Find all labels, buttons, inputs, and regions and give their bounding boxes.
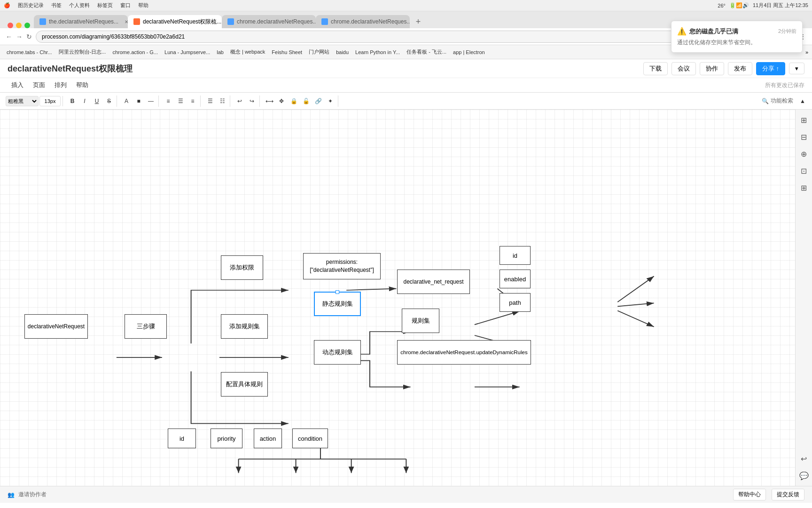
tab-1-close[interactable]: ✕ [123,18,128,25]
sidebar-zoom-out-icon[interactable]: ⊟ [797,130,811,143]
new-tab-button[interactable]: + [412,15,425,28]
bookmark-11[interactable]: app | Electron [450,48,488,56]
strikethrough-button[interactable]: S [103,95,115,107]
menu-insert[interactable]: 插入 [8,80,27,90]
node-rule-priority[interactable]: priority [211,429,242,448]
bookmark-2[interactable]: chrome.action - G... [109,48,161,56]
connector-button[interactable]: ⟷ [264,95,275,107]
collaborate-button[interactable]: 协作 [700,62,724,75]
lock-button[interactable]: 🔒 [288,95,299,107]
node-rule-id[interactable]: id [168,429,196,448]
forward-button[interactable]: → [16,33,23,40]
unlock-button[interactable]: 🔓 [300,95,312,107]
node-rule-action[interactable]: action [254,429,282,448]
node-enabled[interactable]: enabled [500,270,531,288]
bookmark-0[interactable]: chrome.tabs - Chr... [4,48,55,56]
node-three-steps[interactable]: 三步骤 [125,314,167,339]
address-input[interactable] [36,31,763,43]
align-right-button[interactable]: ≡ [187,95,198,107]
invite-collaborators[interactable]: 👥 邀请协作者 [8,491,47,499]
sys-menu-tabs[interactable]: 标签页 [97,2,113,9]
menu-page[interactable]: 页面 [29,80,49,90]
bookmark-7[interactable]: 门户网站 [306,48,332,56]
meeting-button[interactable]: 会议 [671,62,696,75]
node-add-ruleset[interactable]: 添加规则集 [221,314,268,339]
bookmark-4[interactable]: lab [214,48,226,56]
sidebar-undo-icon[interactable]: ↩ [797,452,811,465]
line-color-button[interactable]: — [145,95,156,107]
bookmark-3[interactable]: Luna - Jumpserve... [162,48,213,56]
link-button[interactable]: 🔗 [312,95,324,107]
publish-button[interactable]: 发布 [728,62,752,75]
menu-help[interactable]: 帮助 [72,80,92,90]
sys-temp: 26° [718,3,726,8]
bookmark-10[interactable]: 任务看板 - 飞云... [404,48,449,56]
align-left-button[interactable]: ≡ [163,95,174,107]
sys-menu-help[interactable]: 帮助 [138,2,148,9]
node-permissions[interactable]: permissions: ["declarativeNetRequest"] [303,253,381,279]
bookmark-5[interactable]: 概念 | webpack [227,48,268,56]
underline-button[interactable]: U [91,95,102,107]
menu-arrange[interactable]: 排列 [51,80,70,90]
bookmarks-more[interactable]: » [805,49,808,55]
arrows-svg [0,110,795,486]
node-dynamic-ruleset[interactable]: 动态规则集 [314,340,361,365]
node-rule-condition[interactable]: condition [292,429,328,448]
back-button[interactable]: ← [6,33,12,40]
italic-button[interactable]: I [79,95,90,107]
node-id-right[interactable]: id [500,246,531,265]
node-add-permission[interactable]: 添加权限 [221,255,263,280]
sys-menu-profile[interactable]: 个人资料 [69,2,90,9]
bookmark-1[interactable]: 阿里云控制台-日志... [56,48,109,56]
node-config-rules[interactable]: 配置具体规则 [221,372,268,397]
sys-menu-history[interactable]: 图历史记录 [18,2,44,9]
node-rules-set[interactable]: 规则集 [402,309,439,333]
connector-group: ⟷ ✥ 🔒 🔓 🔗 ✦ [262,95,338,107]
feedback-button[interactable]: 提交反馈 [772,489,804,500]
magic-button[interactable]: ✦ [325,95,336,107]
bg-color-button[interactable]: ■ [133,95,144,107]
selection-handle-top[interactable] [336,290,339,294]
more-button[interactable]: ▾ [789,63,804,74]
tab-2[interactable]: declarativeNetRequest权限梳... ✕ [128,15,222,28]
bookmark-8[interactable]: baidu [333,48,351,56]
sys-menu-bookmarks[interactable]: 书签 [51,2,62,9]
reload-button[interactable]: ↻ [26,33,32,40]
bookmark-9[interactable]: Learn Python in Y... [352,48,403,56]
text-format-group: B I U S [65,95,117,107]
sidebar-fullscreen-icon[interactable]: ⊡ [797,164,811,177]
node-chrome-update-dynamic[interactable]: chrome.declarativeNetRequest.updateDynam… [397,340,531,365]
share-button[interactable]: 分享 ↑ [756,62,785,75]
sidebar-comment-icon[interactable]: 💬 [797,469,811,482]
list-button[interactable]: ☰ [204,95,216,107]
tab-3[interactable]: chrome.declarativeNetReques... ✕ [222,15,316,28]
help-center-button[interactable]: 帮助中心 [733,489,766,500]
window-close[interactable] [8,23,13,28]
tab-4[interactable]: chrome.declarativeNetReques... ✕ [316,15,410,28]
tab-1[interactable]: the.declarativeNetReques... ✕ [34,15,128,28]
font-color-button[interactable]: A [121,95,132,107]
undo-button[interactable]: ↩ [234,95,245,107]
ordered-list-button[interactable]: ☷ [217,95,228,107]
bold-button[interactable]: B [67,95,78,107]
sidebar-zoom-in-icon[interactable]: ⊕ [797,147,811,160]
bookmark-6[interactable]: Feishu Sheet [269,48,305,56]
node-static-ruleset[interactable]: 静态规则集 [314,292,361,316]
collapse-button[interactable]: ▲ [797,95,808,107]
move-button[interactable]: ✥ [276,95,287,107]
font-size-input[interactable] [39,96,61,106]
sidebar-fit-icon[interactable]: ⊞ [797,113,811,127]
sidebar-panel-icon[interactable]: ⊞ [797,181,811,194]
font-family-select[interactable]: 粗稚黑 [6,96,39,106]
redo-button[interactable]: ↪ [246,95,258,107]
align-center-button[interactable]: ☰ [175,95,186,107]
right-sidebar: ⊞ ⊟ ⊕ ⊡ ⊞ ↩ 💬 [795,110,812,486]
download-button[interactable]: 下载 [643,62,668,75]
diagram-canvas[interactable]: declarativeNetRequest 三步骤 添加权限 permissio… [0,110,795,486]
window-minimize[interactable] [16,23,22,28]
sys-menu-window[interactable]: 窗口 [120,2,131,9]
node-declarative-net-request[interactable]: declarative_net_request [397,270,470,294]
node-declarative-net-request-main[interactable]: declarativeNetRequest [24,314,88,339]
window-maximize[interactable] [24,23,30,28]
node-path[interactable]: path [500,293,531,312]
